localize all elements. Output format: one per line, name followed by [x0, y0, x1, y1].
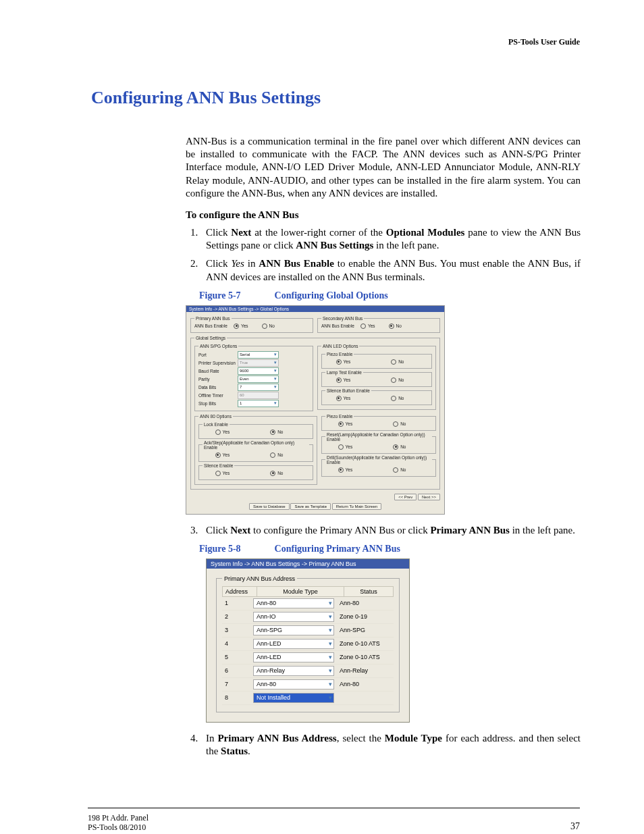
- module-type-select[interactable]: Ann-80▾: [253, 598, 334, 608]
- module-type-select[interactable]: Ann-Relay▾: [253, 666, 334, 676]
- t: Status: [221, 746, 248, 756]
- stopbits-select[interactable]: 1▾: [238, 400, 279, 407]
- chevron-down-icon: ▾: [274, 352, 277, 357]
- subheading: To configure the ANN Bus: [186, 209, 581, 221]
- v: Serial: [240, 353, 250, 357]
- save-database-button[interactable]: Save to Database: [249, 503, 290, 510]
- page-title: Configuring ANN Bus Settings: [91, 88, 581, 108]
- legend: Piezo Enable: [325, 352, 354, 357]
- return-main-button[interactable]: Return To Main Screen: [332, 503, 381, 510]
- legend: ANN S/PG Options: [198, 344, 238, 348]
- module-type-select[interactable]: Ann-80▾: [253, 679, 334, 689]
- label: ANN Bus Enable: [321, 323, 360, 328]
- databits-select[interactable]: 7▾: [238, 384, 279, 391]
- piezo-yes[interactable]: Yes: [336, 359, 351, 365]
- silence-button-group: Silence Button Enable YesNo: [321, 388, 432, 405]
- module-type-select[interactable]: Ann-SPG▾: [253, 625, 334, 635]
- lamp-yes[interactable]: Yes: [336, 377, 351, 383]
- chevron-down-icon: ▾: [329, 627, 332, 633]
- primary-enable-no[interactable]: No: [262, 323, 275, 329]
- lamp-no[interactable]: No: [391, 377, 404, 383]
- piezo2-yes[interactable]: Yes: [338, 421, 353, 427]
- lock-yes[interactable]: Yes: [215, 429, 230, 435]
- v: True: [240, 361, 248, 365]
- legend: Secondary ANN Bus: [321, 316, 364, 321]
- fig-num: Figure 5-7: [199, 290, 241, 301]
- reset-yes[interactable]: Yes: [338, 444, 353, 450]
- module-type-select[interactable]: Ann-LED▾: [253, 639, 334, 649]
- t: Primary ANN Bus: [430, 525, 510, 536]
- silbtn-yes[interactable]: Yes: [336, 396, 351, 401]
- legend: Primary ANN Bus: [194, 316, 232, 321]
- module-type-select[interactable]: Ann-LED▾: [253, 652, 334, 662]
- figure-5-7-caption: Figure 5-7Configuring Global Options: [199, 290, 581, 301]
- next-button[interactable]: Next >>: [418, 494, 440, 500]
- table-row: 5Ann-LED▾Zone 0-10 ATS: [222, 651, 394, 664]
- t: .: [248, 746, 250, 756]
- silbtn-no[interactable]: No: [391, 396, 404, 401]
- chevron-down-icon: ▾: [274, 400, 277, 406]
- silence-no[interactable]: No: [270, 471, 283, 476]
- legend: Lamp Test Enable: [325, 370, 363, 375]
- v: 1: [240, 401, 242, 405]
- port-select[interactable]: Serial▾: [238, 351, 279, 359]
- t: Module Type: [385, 733, 442, 744]
- t: Yes: [346, 444, 353, 449]
- t: Yes: [223, 471, 230, 475]
- module-type-value: Ann-IO: [257, 613, 276, 620]
- drill-yes[interactable]: Yes: [338, 467, 353, 473]
- legend: Silence Enable: [203, 463, 234, 468]
- piezo2-no[interactable]: No: [393, 421, 406, 427]
- parity-select[interactable]: Even▾: [238, 375, 279, 383]
- t: in: [244, 258, 259, 269]
- t: Click: [206, 227, 231, 238]
- silence-yes[interactable]: Yes: [215, 471, 230, 476]
- baud-select[interactable]: 9600▾: [238, 367, 279, 375]
- cell-address: 4: [222, 640, 253, 647]
- lock-enable-group: Lock Enable YesNo: [198, 422, 313, 439]
- piezo2-group: Piezo Enable YesNo: [321, 414, 436, 431]
- module-type-select[interactable]: Ann-IO▾: [253, 612, 334, 622]
- t: Optional Modules: [386, 227, 465, 238]
- primary-enable-yes[interactable]: Yes: [234, 323, 248, 329]
- module-type-value: Ann-LED: [257, 640, 281, 647]
- cell-status: Ann-80: [337, 600, 394, 606]
- cell-address: 2: [222, 613, 253, 620]
- t: No: [396, 323, 402, 328]
- legend: Ack/Step(Applicable for Canadian Option …: [203, 440, 309, 450]
- prev-button[interactable]: << Prev: [394, 494, 417, 500]
- label: Printer Supervision: [198, 361, 238, 365]
- drill-no[interactable]: No: [393, 467, 406, 473]
- page-number: 37: [570, 821, 580, 832]
- reset-no[interactable]: No: [393, 444, 406, 450]
- chevron-down-icon: ▾: [329, 694, 332, 701]
- lock-no[interactable]: No: [270, 429, 283, 435]
- breadcrumb: System Info -> ANN Bus Settings -> Globa…: [186, 306, 444, 312]
- footer-rule: [88, 808, 580, 808]
- t: Yes: [223, 452, 230, 457]
- save-template-button[interactable]: Save as Template: [290, 503, 331, 510]
- chevron-down-icon: ▾: [274, 360, 277, 365]
- col-status: Status: [344, 587, 393, 596]
- legend: ANN LED Options: [321, 344, 359, 348]
- t: Yes: [344, 377, 351, 382]
- ack-yes[interactable]: Yes: [215, 452, 230, 458]
- piezo-no[interactable]: No: [391, 359, 404, 365]
- printer-supervision-select: True▾: [238, 359, 279, 367]
- secondary-enable-yes[interactable]: Yes: [360, 323, 375, 329]
- module-type-value: Not Installed: [257, 694, 290, 701]
- ack-no[interactable]: No: [270, 452, 283, 458]
- t: to configure the Primary ANN Bus or clic…: [250, 525, 430, 536]
- module-type-select[interactable]: Not Installed▾: [253, 693, 334, 703]
- cell-status: Zone 0-19: [337, 613, 394, 620]
- label: Parity: [198, 377, 238, 382]
- cell-status: Ann-Relay: [337, 667, 394, 674]
- col-module-type: Module Type: [257, 587, 344, 596]
- ann80-options-group: ANN 80 Options Lock Enable YesNo Ack/Ste…: [194, 414, 317, 485]
- global-settings-group: Global Settings ANN S/PG Options PortSer…: [190, 336, 440, 490]
- chevron-down-icon: ▾: [329, 654, 332, 660]
- secondary-enable-no[interactable]: No: [389, 323, 402, 329]
- t: No: [277, 471, 283, 475]
- t: No: [400, 467, 406, 472]
- table-row: 7Ann-80▾Ann-80: [222, 678, 394, 692]
